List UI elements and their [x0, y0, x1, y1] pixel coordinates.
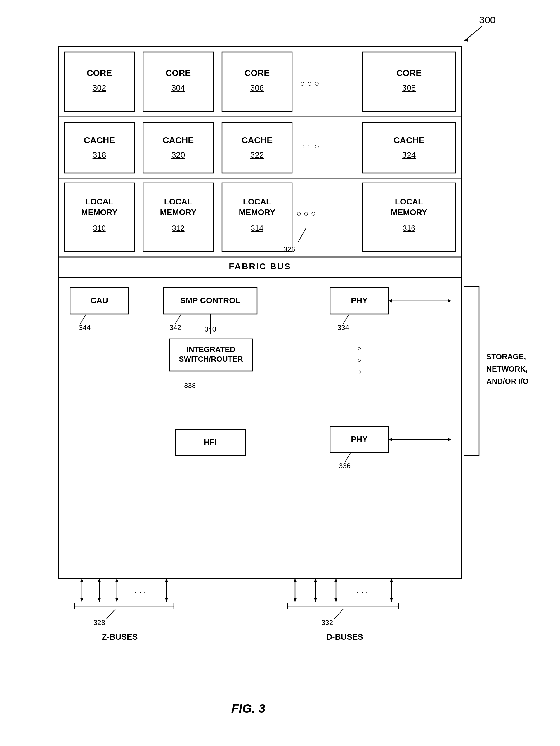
- zbus-328-number: 328: [93, 619, 105, 627]
- phy-334-number: 334: [337, 324, 349, 332]
- localmem-314-label1: LOCAL: [243, 197, 271, 206]
- phy-dots3: ○: [357, 368, 361, 375]
- main-outer-box: [58, 47, 461, 578]
- svg-line-53: [334, 609, 343, 619]
- storage-label1: STORAGE,: [486, 352, 526, 361]
- svg-line-7: [80, 314, 86, 324]
- localmem-316-label2: MEMORY: [391, 208, 427, 217]
- localmem-314-number: 314: [251, 224, 263, 232]
- switch-338-number: 338: [184, 381, 196, 390]
- localmem-316-box: [362, 183, 456, 252]
- localmem-312-box: [143, 183, 213, 252]
- cache-318-number: 318: [93, 150, 106, 160]
- svg-marker-43: [314, 578, 317, 582]
- dbus-332-number: 332: [321, 619, 333, 627]
- phy-336-label: PHY: [351, 435, 368, 444]
- svg-marker-46: [334, 578, 338, 582]
- svg-marker-29: [115, 598, 119, 602]
- cache-324-box: [362, 123, 456, 173]
- svg-marker-33: [165, 578, 168, 582]
- cau-number: 344: [79, 324, 90, 332]
- switch-router-label2: SWITCH/ROUTER: [179, 354, 243, 363]
- localmem-314-label2: MEMORY: [239, 208, 276, 217]
- svg-line-12: [345, 453, 351, 462]
- phy-dots2: ○: [357, 356, 361, 364]
- core-308-number: 308: [402, 83, 416, 92]
- core-306-number: 306: [250, 83, 264, 92]
- svg-line-37: [107, 609, 115, 619]
- svg-marker-17: [448, 438, 451, 441]
- svg-marker-40: [293, 578, 297, 582]
- phy-334-label: PHY: [351, 296, 368, 305]
- localmem-312-number: 312: [172, 224, 184, 232]
- svg-marker-27: [97, 578, 101, 582]
- core-304-label: CORE: [166, 68, 191, 78]
- cau-label: CAU: [90, 296, 108, 305]
- svg-line-11: [343, 314, 349, 324]
- switch-router-label1: INTEGRATED: [186, 345, 235, 354]
- localmem-326-number: 326: [283, 246, 295, 253]
- svg-marker-24: [80, 578, 84, 582]
- localmem-310-number: 310: [93, 224, 106, 232]
- cache-322-box: [222, 123, 292, 173]
- core-304-number: 304: [171, 83, 185, 92]
- switch-340-number: 340: [204, 325, 216, 333]
- localmem-312-label2: MEMORY: [160, 208, 197, 217]
- zbus-label: Z-BUSES: [102, 632, 138, 641]
- localmem-314-box: [222, 183, 292, 252]
- core-304-box: [143, 52, 213, 112]
- ref-number-300: 300: [479, 14, 496, 25]
- core-306-box: [222, 52, 292, 112]
- phy-336-number: 336: [339, 462, 351, 470]
- cache-318-label: CACHE: [84, 135, 115, 145]
- svg-marker-23: [80, 598, 84, 602]
- cache-dots: ○ ○ ○: [300, 142, 319, 151]
- localmem-316-label1: LOCAL: [395, 197, 423, 206]
- svg-marker-49: [390, 578, 393, 582]
- smp-control-label: SMP CONTROL: [180, 296, 241, 305]
- localmem-dots: ○ ○ ○: [297, 209, 316, 218]
- zbus-dots: . . .: [135, 586, 146, 595]
- svg-marker-15: [389, 299, 392, 303]
- core-302-number: 302: [93, 83, 106, 92]
- localmem-310-label2: MEMORY: [81, 208, 118, 217]
- svg-marker-1: [465, 37, 468, 42]
- storage-label2: NETWORK,: [486, 365, 528, 373]
- cache-322-label: CACHE: [242, 135, 273, 145]
- core-302-label: CORE: [87, 68, 112, 78]
- localmem-310-label1: LOCAL: [85, 197, 113, 206]
- svg-line-5: [298, 228, 306, 242]
- hfi-label: HFI: [204, 437, 217, 447]
- localmem-312-label1: LOCAL: [164, 197, 192, 206]
- cache-318-box: [64, 123, 134, 173]
- core-302-box: [64, 52, 134, 112]
- svg-line-8: [175, 314, 181, 324]
- localmem-316-number: 316: [402, 224, 415, 232]
- svg-marker-14: [448, 299, 451, 303]
- svg-marker-18: [389, 438, 392, 441]
- core-dots: ○ ○ ○: [300, 79, 319, 88]
- cache-320-number: 320: [171, 150, 185, 160]
- dbus-dots: . . .: [357, 586, 368, 595]
- core-306-label: CORE: [245, 68, 270, 78]
- svg-marker-32: [165, 598, 168, 602]
- localmem-310-box: [64, 183, 134, 252]
- smp-342-number: 342: [169, 324, 181, 332]
- cache-324-number: 324: [402, 150, 416, 160]
- cache-324-label: CACHE: [393, 135, 425, 145]
- core-308-label: CORE: [396, 68, 422, 78]
- core-308-box: [362, 52, 456, 112]
- svg-marker-45: [334, 598, 338, 602]
- fabric-bus-label: FABRIC BUS: [229, 261, 291, 271]
- svg-marker-26: [97, 598, 101, 602]
- phy-dots1: ○: [357, 345, 361, 352]
- svg-marker-42: [314, 598, 317, 602]
- fig-caption: FIG. 3: [231, 701, 265, 715]
- svg-marker-39: [293, 598, 297, 602]
- cache-320-label: CACHE: [163, 135, 194, 145]
- dbus-label: D-BUSES: [326, 632, 363, 641]
- svg-marker-48: [390, 598, 393, 602]
- cache-320-box: [143, 123, 213, 173]
- cache-322-number: 322: [250, 150, 264, 160]
- storage-label3: AND/OR I/O: [486, 377, 528, 385]
